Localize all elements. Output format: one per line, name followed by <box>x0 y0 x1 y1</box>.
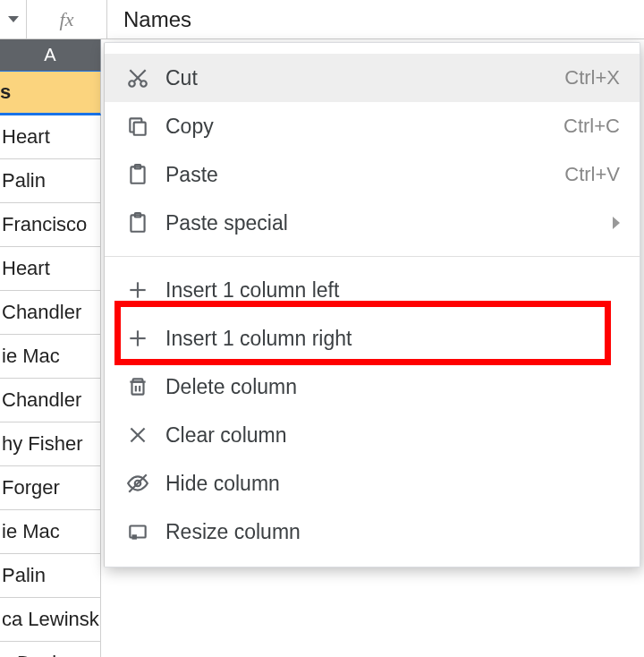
menu-label: Hide column <box>165 472 620 496</box>
menu-insert-col-right[interactable]: Insert 1 column right <box>105 314 640 363</box>
cell-a1[interactable]: s <box>0 71 101 115</box>
menu-shortcut: Ctrl+X <box>564 66 620 90</box>
cell-a13[interactable]: ca Lewinsk <box>0 598 101 642</box>
copy-icon <box>126 115 165 138</box>
cell-a11[interactable]: ie Mac <box>0 510 101 554</box>
formula-bar: fx <box>0 0 644 39</box>
menu-label: Paste <box>165 163 564 187</box>
context-menu: Cut Ctrl+X Copy Ctrl+C Paste Ctrl+V <box>104 42 640 567</box>
cell-a14[interactable]: y Davis <box>0 642 101 657</box>
menu-label: Cut <box>165 66 564 90</box>
svg-point-0 <box>129 81 135 87</box>
paste-icon <box>126 163 165 186</box>
chevron-down-icon <box>8 16 19 22</box>
paste-icon <box>126 211 165 235</box>
menu-copy[interactable]: Copy Ctrl+C <box>105 102 640 150</box>
cell-a4[interactable]: Francisco <box>0 203 101 247</box>
plus-icon <box>126 278 165 302</box>
plus-icon <box>126 327 165 350</box>
cut-icon <box>126 66 165 90</box>
svg-point-1 <box>140 81 147 87</box>
svg-rect-13 <box>132 382 144 395</box>
close-icon <box>126 423 165 447</box>
menu-divider <box>105 256 640 257</box>
menu-label: Paste special <box>165 211 613 235</box>
menu-paste[interactable]: Paste Ctrl+V <box>105 150 640 199</box>
menu-shortcut: Ctrl+C <box>564 115 620 138</box>
menu-label: Delete column <box>165 375 620 399</box>
menu-insert-col-left[interactable]: Insert 1 column left <box>105 266 640 314</box>
menu-label: Resize column <box>165 520 620 544</box>
name-box-dropdown[interactable] <box>0 0 27 38</box>
cell-a9[interactable]: hy Fisher <box>0 422 101 466</box>
menu-paste-special[interactable]: Paste special <box>105 199 640 247</box>
svg-rect-4 <box>134 123 146 135</box>
menu-label: Copy <box>165 115 564 139</box>
menu-label: Insert 1 column right <box>165 327 620 351</box>
cell-a7[interactable]: ie Mac <box>0 335 101 379</box>
cell-a12[interactable]: Palin <box>0 554 101 598</box>
menu-cut[interactable]: Cut Ctrl+X <box>105 54 640 102</box>
svg-rect-21 <box>132 534 137 539</box>
menu-hide-col[interactable]: Hide column <box>105 459 640 508</box>
menu-delete-col[interactable]: Delete column <box>105 363 640 411</box>
cell-a2[interactable]: Heart <box>0 115 101 159</box>
menu-shortcut: Ctrl+V <box>564 163 620 186</box>
column-header-a[interactable]: A <box>0 39 101 71</box>
submenu-arrow-icon <box>613 217 620 229</box>
menu-clear-col[interactable]: Clear column <box>105 411 640 459</box>
menu-resize-col[interactable]: Resize column <box>105 508 640 556</box>
cell-a6[interactable]: Chandler <box>0 291 101 335</box>
fx-label: fx <box>27 0 107 38</box>
menu-label: Clear column <box>165 423 620 448</box>
cell-a5[interactable]: Heart <box>0 247 101 291</box>
eye-off-icon <box>126 472 165 495</box>
resize-icon <box>126 520 165 543</box>
formula-input[interactable] <box>107 0 644 38</box>
cell-a3[interactable]: Palin <box>0 159 101 203</box>
cell-a10[interactable]: Forger <box>0 466 101 510</box>
trash-icon <box>126 375 165 398</box>
menu-label: Insert 1 column left <box>165 278 620 303</box>
cell-a8[interactable]: Chandler <box>0 379 101 422</box>
